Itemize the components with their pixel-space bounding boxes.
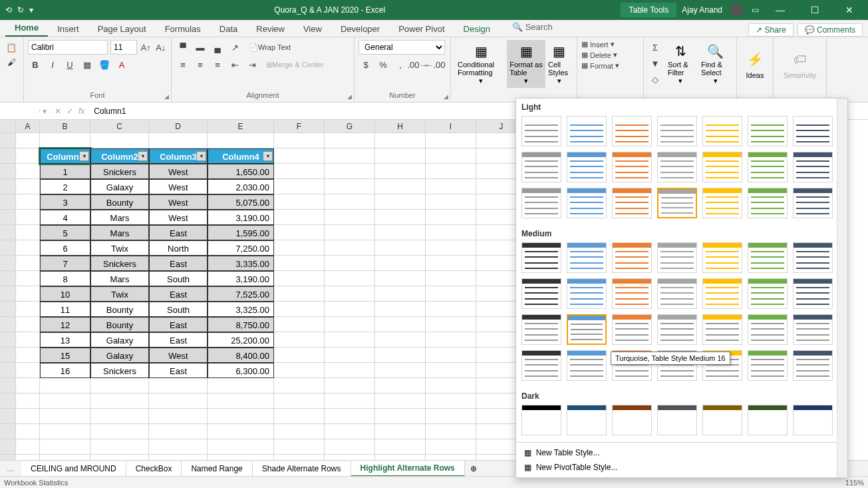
table-cell[interactable]: East <box>149 363 208 378</box>
table-cell[interactable]: 1 <box>40 164 90 179</box>
filter-dropdown-icon[interactable]: ▾ <box>263 151 273 161</box>
table-style-thumbnail[interactable] <box>793 278 833 309</box>
delete-cells-button[interactable]: ▦ Delete ▾ <box>581 51 639 59</box>
table-cell[interactable]: 2,030.00 <box>208 179 274 194</box>
table-cell[interactable]: West <box>149 194 208 210</box>
table-style-thumbnail[interactable] <box>748 405 788 435</box>
table-style-thumbnail[interactable] <box>793 116 833 146</box>
table-style-thumbnail[interactable] <box>793 405 833 435</box>
table-header[interactable]: Column1▾ <box>40 148 90 164</box>
table-cell[interactable]: Bounty <box>90 317 149 332</box>
table-cell[interactable]: Mars <box>90 271 149 286</box>
name-box[interactable] <box>0 110 40 113</box>
fill-icon[interactable]: ▼ <box>648 56 662 71</box>
table-style-thumbnail[interactable] <box>612 188 652 218</box>
table-cell[interactable]: West <box>149 179 208 194</box>
table-style-thumbnail[interactable] <box>567 116 607 146</box>
zoom-level[interactable]: 115% <box>845 479 864 487</box>
tab-power-pivot[interactable]: Power Pivot <box>389 21 454 37</box>
table-style-thumbnail[interactable] <box>612 242 652 273</box>
table-cell[interactable]: South <box>149 271 208 286</box>
table-cell[interactable]: 8,400.00 <box>208 348 274 363</box>
align-bottom-icon[interactable]: ▄ <box>210 40 225 55</box>
table-style-thumbnail[interactable] <box>521 278 561 309</box>
table-style-thumbnail[interactable] <box>657 278 697 309</box>
col-header[interactable]: D <box>149 120 208 133</box>
font-dialog-launcher[interactable]: ◢ <box>164 93 169 100</box>
sheet-tab[interactable]: Highlight Alternate Rows <box>351 461 465 477</box>
panel-scrollbar[interactable] <box>837 99 847 477</box>
table-cell[interactable]: 3,335.00 <box>208 256 274 271</box>
table-style-thumbnail[interactable] <box>702 405 742 435</box>
fill-color-button[interactable]: 🪣 <box>97 57 112 72</box>
table-style-thumbnail[interactable] <box>521 314 561 345</box>
decrease-indent-icon[interactable]: ⇤ <box>227 57 242 72</box>
col-header[interactable]: I <box>426 120 476 133</box>
tab-formulas[interactable]: Formulas <box>156 21 210 37</box>
close-button[interactable]: ✕ <box>836 5 863 15</box>
table-cell[interactable]: 13 <box>40 332 90 348</box>
table-style-thumbnail[interactable] <box>748 314 788 345</box>
table-style-thumbnail[interactable] <box>793 152 833 182</box>
paste-button[interactable]: 📋 <box>4 40 19 55</box>
table-cell[interactable]: Bounty <box>90 194 149 210</box>
table-header[interactable]: Column2▾ <box>90 148 149 164</box>
table-cell[interactable]: Mars <box>90 225 149 240</box>
table-style-thumbnail[interactable] <box>657 242 697 273</box>
font-name-combo[interactable] <box>28 40 108 55</box>
username[interactable]: Ajay Anand <box>682 5 722 15</box>
table-style-thumbnail[interactable] <box>567 278 607 309</box>
table-cell[interactable]: 16 <box>40 363 90 378</box>
table-style-thumbnail[interactable] <box>748 350 788 381</box>
avatar[interactable] <box>730 3 744 17</box>
table-cell[interactable]: Snickers <box>90 256 149 271</box>
table-cell[interactable]: Twix <box>90 286 149 302</box>
number-format-combo[interactable]: General <box>359 40 445 55</box>
table-cell[interactable]: 10 <box>40 286 90 302</box>
table-cell[interactable]: East <box>149 286 208 302</box>
table-style-thumbnail[interactable] <box>521 152 561 182</box>
col-header[interactable]: G <box>325 120 375 133</box>
format-as-table-button[interactable]: ▦ Format as Table ▾ <box>507 40 545 88</box>
table-cell[interactable]: 4 <box>40 210 90 225</box>
select-all-corner[interactable] <box>0 120 16 133</box>
wrap-text-button[interactable]: 📄 Wrap Text <box>245 40 295 55</box>
table-cell[interactable]: West <box>149 348 208 363</box>
table-cell[interactable]: 8,750.00 <box>208 317 274 332</box>
table-style-thumbnail[interactable] <box>748 152 788 182</box>
align-right-icon[interactable]: ≡ <box>210 57 225 72</box>
tab-insert[interactable]: Insert <box>48 21 88 37</box>
table-style-thumbnail[interactable] <box>702 188 742 218</box>
table-style-thumbnail[interactable] <box>793 188 833 218</box>
tab-review[interactable]: Review <box>247 21 294 37</box>
borders-button[interactable]: ▦ <box>80 57 94 72</box>
col-header[interactable]: C <box>90 120 149 133</box>
table-cell[interactable]: 5,075.00 <box>208 194 274 210</box>
table-cell[interactable]: East <box>149 256 208 271</box>
enter-formula-icon[interactable]: ✓ <box>67 107 73 116</box>
ideas-button[interactable]: ⚡ Ideas <box>741 40 769 88</box>
table-cell[interactable]: 7,250.00 <box>208 240 274 256</box>
font-size-combo[interactable] <box>110 40 137 55</box>
tab-design[interactable]: Design <box>454 21 500 37</box>
table-style-thumbnail[interactable] <box>702 152 742 182</box>
table-style-thumbnail[interactable] <box>567 350 607 381</box>
clear-icon[interactable]: ◇ <box>648 72 662 87</box>
conditional-formatting-button[interactable]: ▦ Conditional Formatting ▾ <box>455 40 507 88</box>
new-table-style-button[interactable]: ▦ New Table Style... <box>521 447 842 459</box>
format-painter-icon[interactable]: 🖌 <box>4 55 19 69</box>
table-style-thumbnail[interactable] <box>748 116 788 146</box>
qat-dropdown-icon[interactable]: ▾ <box>29 5 33 15</box>
sort-filter-button[interactable]: ⇅ Sort & Filter ▾ <box>665 40 696 88</box>
align-middle-icon[interactable]: ▬ <box>193 40 208 55</box>
table-style-thumbnail[interactable] <box>521 350 561 381</box>
decrease-font-icon[interactable]: A↓ <box>155 40 168 55</box>
table-style-thumbnail[interactable] <box>657 314 697 345</box>
table-header[interactable]: Column3▾ <box>149 148 208 164</box>
filter-dropdown-icon[interactable]: ▾ <box>196 151 206 161</box>
table-cell[interactable]: Twix <box>90 240 149 256</box>
maximize-button[interactable]: ☐ <box>801 5 828 15</box>
table-style-thumbnail[interactable] <box>793 314 833 345</box>
table-cell[interactable]: Snickers <box>90 363 149 378</box>
table-cell[interactable]: 3,190.00 <box>208 271 274 286</box>
